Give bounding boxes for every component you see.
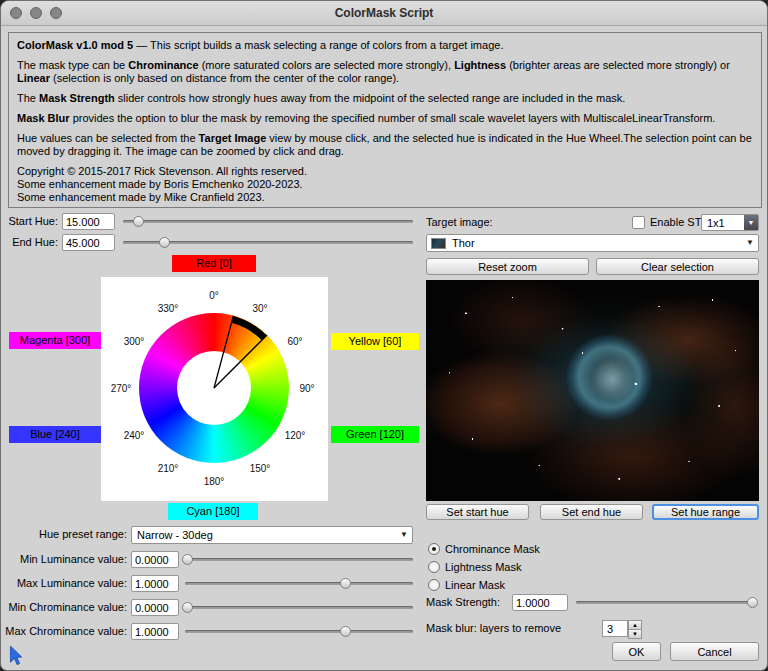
spin-down-icon[interactable]: ▼: [628, 630, 642, 639]
text-segment: The: [17, 92, 39, 104]
text-segment: Linear: [17, 72, 50, 84]
hue-wheel[interactable]: 0° 30° 60° 90° 120° 150° 180° 210° 240° …: [101, 277, 328, 501]
max-chrominance-slider[interactable]: [185, 623, 413, 640]
radio-icon: [428, 561, 440, 573]
stf-grid-select[interactable]: 1x1 ▼: [701, 214, 759, 231]
spinner-buttons: ▲ ▼: [628, 620, 642, 637]
end-hue-slider[interactable]: [123, 234, 413, 251]
target-image-select[interactable]: Thor ▼: [426, 234, 759, 252]
spin-up-icon[interactable]: ▲: [628, 620, 642, 630]
copyright-line: Copyright © 2015-2017 Rick Stevenson. Al…: [17, 165, 753, 178]
radio-icon: [428, 579, 440, 591]
slider-thumb[interactable]: [340, 578, 351, 589]
set-hue-range-button[interactable]: Set hue range: [652, 504, 759, 520]
chevron-down-icon: ▼: [400, 527, 408, 543]
titlebar: ColorMask Script: [1, 1, 767, 26]
wheel-tick: 210°: [158, 463, 179, 474]
ok-button[interactable]: OK: [612, 642, 661, 661]
target-image-preview[interactable]: [426, 280, 759, 501]
slider-track: [123, 220, 413, 223]
wheel-tick: 150°: [250, 463, 271, 474]
text-segment: ColorMask v1.0 mod 5: [17, 39, 133, 51]
end-hue-input[interactable]: [62, 234, 115, 251]
max-chrominance-input[interactable]: [131, 623, 179, 640]
hue-preset-label: Hue preset range:: [1, 526, 127, 543]
wheel-tick: 240°: [124, 430, 145, 441]
radio-linear-mask[interactable]: Linear Mask: [428, 578, 505, 592]
max-luminance-label: Max Luminance value:: [1, 575, 127, 592]
text-segment: The mask type can be: [17, 59, 128, 71]
enable-stf-checkbox[interactable]: [632, 216, 645, 229]
slider-thumb[interactable]: [340, 626, 351, 637]
hue-preset-select[interactable]: Narrow - 30deg ▼: [131, 526, 413, 544]
slider-track: [185, 630, 413, 633]
wheel-tick: 330°: [158, 303, 179, 314]
min-luminance-input[interactable]: [131, 551, 179, 568]
copyright-line: Some enhancement made by Boris Emchenko …: [17, 178, 753, 191]
stf-grid-value: 1x1: [707, 215, 725, 231]
chevron-down-icon: ▼: [746, 235, 754, 251]
text-segment: (brighter areas are selected more strong…: [506, 59, 730, 71]
description-paragraph: Mask Blur provides the option to blur th…: [17, 112, 753, 125]
end-hue-label: End Hue:: [1, 234, 58, 251]
copyright-line: Some enhancement made by Mike Cranfield …: [17, 191, 753, 204]
set-start-hue-button[interactable]: Set start hue: [426, 504, 529, 520]
max-luminance-slider[interactable]: [185, 575, 413, 592]
start-hue-slider[interactable]: [123, 213, 413, 230]
radio-selected-icon: [428, 543, 440, 555]
start-hue-input[interactable]: [62, 213, 115, 230]
chevron-down-icon[interactable]: ▼: [744, 215, 758, 230]
clear-selection-button[interactable]: Clear selection: [596, 258, 759, 275]
slider-track: [576, 601, 756, 604]
wheel-tick: 90°: [299, 383, 314, 394]
min-chrominance-slider[interactable]: [185, 599, 413, 616]
wheel-tick: 30°: [252, 303, 267, 314]
wheel-tick: 0°: [209, 290, 219, 301]
reset-zoom-button[interactable]: Reset zoom: [426, 258, 589, 275]
min-luminance-label: Min Luminance value:: [1, 551, 127, 568]
mask-blur-input[interactable]: [602, 620, 628, 637]
max-chrominance-label: Max Chrominance value:: [1, 623, 127, 640]
slider-thumb[interactable]: [182, 554, 193, 565]
radio-label: Chrominance Mask: [445, 543, 540, 555]
set-end-hue-button[interactable]: Set end hue: [540, 504, 643, 520]
colormask-window: ColorMask Script ColorMask v1.0 mod 5 — …: [0, 0, 768, 671]
description-paragraph: Hue values can be selected from the Targ…: [17, 132, 753, 158]
hue-label-green: Green [120]: [331, 426, 419, 443]
radio-label: Lightness Mask: [445, 561, 521, 573]
wheel-tick: 180°: [204, 476, 225, 487]
mouse-cursor: [9, 646, 23, 666]
slider-track: [185, 558, 413, 561]
text-segment: slider controls how strongly hues away f…: [115, 92, 626, 104]
hue-label-yellow: Yellow [60]: [331, 333, 419, 350]
target-image-label: Target image:: [426, 214, 493, 231]
cancel-button[interactable]: Cancel: [670, 642, 759, 661]
mask-blur-spinner[interactable]: ▲ ▼: [602, 620, 642, 637]
description-panel: ColorMask v1.0 mod 5 — This script build…: [8, 32, 762, 208]
min-chrominance-input[interactable]: [131, 599, 179, 616]
text-segment: Mask Blur: [17, 112, 70, 124]
mask-strength-slider[interactable]: [576, 594, 756, 611]
radio-lightness-mask[interactable]: Lightness Mask: [428, 560, 521, 574]
wheel-tick: 300°: [124, 336, 145, 347]
slider-track: [185, 606, 413, 609]
target-image-value: Thor: [452, 235, 475, 251]
text-segment: Target Image: [199, 132, 267, 144]
radio-chrominance-mask[interactable]: Chrominance Mask: [428, 542, 540, 556]
max-luminance-input[interactable]: [131, 575, 179, 592]
hue-label-magenta: Magenta [300]: [9, 332, 101, 349]
slider-thumb[interactable]: [747, 597, 758, 608]
slider-track: [185, 582, 413, 585]
slider-thumb[interactable]: [159, 237, 170, 248]
min-luminance-slider[interactable]: [185, 551, 413, 568]
slider-thumb[interactable]: [182, 602, 193, 613]
text-segment: provides the option to blur the mask by …: [70, 112, 716, 124]
hue-label-blue: Blue [240]: [9, 426, 101, 443]
radio-label: Linear Mask: [445, 579, 505, 591]
mask-strength-input[interactable]: [512, 594, 568, 611]
description-paragraph: The mask type can be Chrominance (more s…: [17, 59, 753, 85]
wheel-tick: 270°: [111, 383, 132, 394]
wheel-tick: 120°: [285, 430, 306, 441]
slider-thumb[interactable]: [133, 216, 144, 227]
text-segment: Chrominance: [128, 59, 198, 71]
